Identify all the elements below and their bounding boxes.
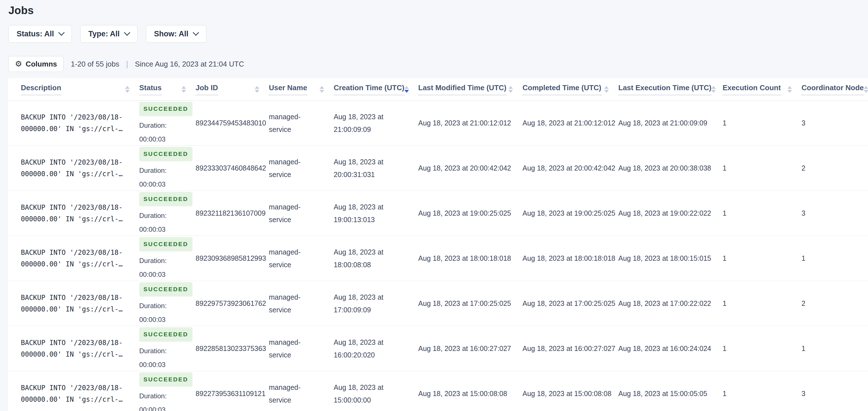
sort-asc-icon[interactable] (182, 86, 186, 89)
column-header[interactable]: Status (139, 83, 195, 95)
status-badge: SUCCEEDED (139, 192, 192, 206)
cell-description: BACKUP INTO '/2023/08/18- 000000.00' IN … (21, 202, 139, 225)
sort-icons[interactable] (255, 86, 259, 93)
sort-asc-icon[interactable] (711, 86, 716, 89)
cell-description: BACKUP INTO '/2023/08/18- 000000.00' IN … (21, 247, 139, 270)
status-badge: SUCCEEDED (139, 147, 192, 161)
column-header-label[interactable]: User Name (269, 83, 307, 95)
sort-desc-icon[interactable] (864, 90, 868, 93)
column-header-label[interactable]: Coordinator Node (802, 83, 864, 95)
cell-coordinator-node: 3 (802, 388, 868, 399)
column-header-label[interactable]: Description (21, 83, 61, 95)
cell-creation-time: Aug 18, 2023 at 17:00:09:09 (334, 291, 418, 316)
cell-status: SUCCEEDED Duration: 00:00:03 (139, 147, 195, 189)
column-header[interactable]: Description (21, 83, 139, 95)
sort-desc-icon[interactable] (787, 90, 792, 93)
sort-asc-icon[interactable] (604, 86, 609, 89)
duration-value: 00:00:03 (139, 405, 189, 411)
column-header[interactable]: Execution Count (722, 83, 802, 95)
sort-icons[interactable] (604, 86, 609, 93)
sort-icons[interactable] (125, 86, 130, 93)
jobs-page: Jobs Status: All Type: All Show: All ⚙ C… (0, 0, 868, 411)
cell-execution-count: 1 (722, 118, 802, 128)
sort-asc-icon[interactable] (508, 86, 513, 89)
cell-last-modified-time: Aug 18, 2023 at 15:00:08:08 (418, 388, 523, 399)
description-line-2: 000000.00' IN 'gs://crl-… (21, 394, 132, 405)
cell-execution-count: 1 (722, 253, 802, 264)
description-line-2: 000000.00' IN 'gs://crl-… (21, 303, 132, 315)
description-line-1: BACKUP INTO '/2023/08/18- (21, 202, 132, 213)
cell-last-execution-time: Aug 18, 2023 at 18:00:15:015 (618, 253, 722, 264)
filter-bar: Status: All Type: All Show: All (8, 25, 868, 42)
column-header[interactable]: Creation Time (UTC) (334, 83, 418, 95)
columns-button[interactable]: ⚙ Columns (8, 56, 63, 72)
cell-job-id: 892285813023375363 (195, 343, 269, 354)
sort-asc-icon[interactable] (864, 86, 868, 89)
cell-coordinator-node: 2 (802, 298, 868, 309)
sort-asc-icon[interactable] (125, 86, 130, 89)
cell-job-id: 892333037460848642 (195, 163, 269, 174)
column-header-label[interactable]: Execution Count (722, 83, 781, 95)
sort-asc-icon[interactable] (787, 86, 792, 89)
cell-user-name: managed-service (269, 336, 334, 361)
table-row: BACKUP INTO '/2023/08/18- 000000.00' IN … (8, 146, 868, 191)
sort-asc-icon[interactable] (319, 86, 324, 89)
sort-desc-icon[interactable] (604, 90, 609, 93)
cell-completed-time: Aug 18, 2023 at 20:00:42:042 (523, 163, 618, 174)
description-line-2: 000000.00' IN 'gs://crl-… (21, 349, 132, 360)
sort-icons[interactable] (404, 86, 409, 93)
column-header[interactable]: Last Modified Time (UTC) (418, 83, 523, 95)
results-summary: 1-20 of 55 jobs | Since Aug 16, 2023 at … (71, 59, 244, 68)
cell-creation-time: Aug 18, 2023 at 18:00:08:08 (334, 246, 418, 271)
table-header: Description Status Job ID (8, 78, 868, 100)
description-line-2: 000000.00' IN 'gs://crl-… (21, 168, 132, 180)
page-title: Jobs (8, 4, 868, 17)
divider: | (126, 59, 128, 68)
sort-desc-icon[interactable] (255, 90, 259, 93)
duration-label: Duration: (139, 210, 189, 221)
filter-dropdown[interactable]: Type: All (80, 25, 137, 42)
column-header-label[interactable]: Creation Time (UTC) (334, 83, 404, 95)
table-row: BACKUP INTO '/2023/08/18- 000000.00' IN … (8, 371, 868, 411)
column-header[interactable]: Last Execution Time (UTC) (618, 83, 722, 95)
cell-job-id: 892297573923061762 (195, 298, 269, 309)
table-row: BACKUP INTO '/2023/08/18- 000000.00' IN … (8, 191, 868, 236)
column-header-label[interactable]: Completed Time (UTC) (523, 83, 601, 95)
sort-icons[interactable] (319, 86, 324, 93)
cell-completed-time: Aug 18, 2023 at 15:00:08:08 (523, 388, 618, 399)
sort-icons[interactable] (182, 86, 186, 93)
sort-desc-icon[interactable] (711, 90, 716, 93)
cell-completed-time: Aug 18, 2023 at 17:00:25:025 (523, 298, 618, 309)
sort-asc-icon[interactable] (255, 86, 259, 89)
sort-icons[interactable] (864, 86, 868, 93)
description-line-1: BACKUP INTO '/2023/08/18- (21, 337, 132, 349)
cell-last-modified-time: Aug 18, 2023 at 20:00:42:042 (418, 163, 523, 174)
cell-creation-time: Aug 18, 2023 at 20:00:31:031 (334, 156, 418, 181)
sort-desc-icon[interactable] (182, 90, 186, 93)
column-header-label[interactable]: Job ID (195, 83, 218, 95)
column-header-label[interactable]: Status (139, 83, 161, 95)
sort-icons[interactable] (508, 86, 513, 93)
column-header[interactable]: User Name (269, 83, 334, 95)
column-header[interactable]: Completed Time (UTC) (523, 83, 618, 95)
sort-icons[interactable] (711, 86, 716, 93)
column-header-label[interactable]: Last Execution Time (UTC) (618, 83, 711, 95)
sort-desc-icon[interactable] (508, 90, 513, 93)
sort-icons[interactable] (787, 86, 792, 93)
cell-last-execution-time: Aug 18, 2023 at 19:00:22:022 (618, 208, 722, 219)
sort-desc-icon[interactable] (125, 90, 130, 93)
column-header-label[interactable]: Last Modified Time (UTC) (418, 83, 506, 95)
jobs-table: Description Status Job ID (8, 78, 868, 411)
column-header[interactable]: Job ID (195, 83, 269, 95)
cell-completed-time: Aug 18, 2023 at 19:00:25:025 (523, 208, 618, 219)
sort-asc-icon[interactable] (404, 86, 409, 89)
sort-desc-icon[interactable] (404, 90, 409, 93)
sort-desc-icon[interactable] (319, 90, 324, 93)
filter-dropdown[interactable]: Status: All (8, 25, 72, 42)
filter-dropdown[interactable]: Show: All (146, 25, 206, 42)
column-header[interactable]: Coordinator Node (802, 83, 868, 95)
cell-coordinator-node: 3 (802, 118, 868, 128)
cell-user-name: managed-service (269, 111, 334, 136)
table-body: BACKUP INTO '/2023/08/18- 000000.00' IN … (8, 100, 868, 411)
cell-completed-time: Aug 18, 2023 at 18:00:18:018 (523, 253, 618, 264)
